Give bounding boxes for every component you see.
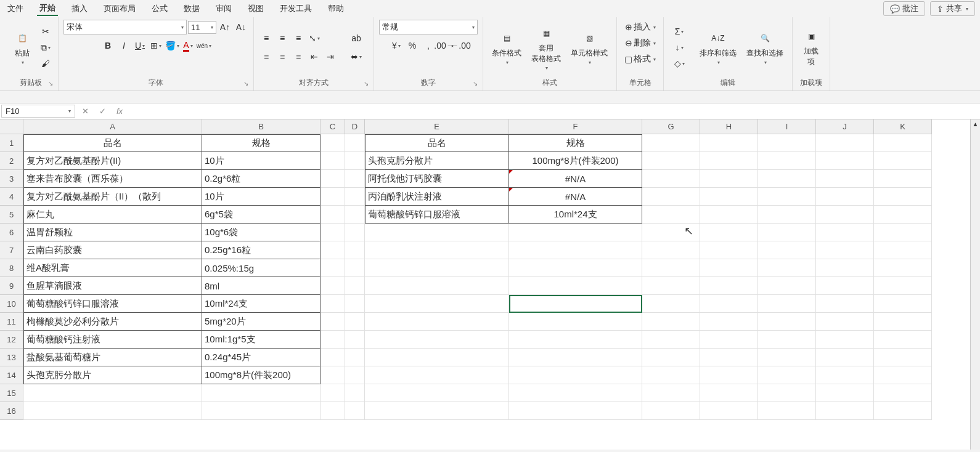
cell[interactable] [816, 295, 874, 313]
annotate-button[interactable]: 💬 批注 [883, 1, 925, 16]
autosum-button[interactable]: Σ▾ [669, 24, 690, 39]
cell[interactable] [345, 349, 365, 366]
column-header-H[interactable]: H [700, 119, 758, 134]
cell[interactable]: 头孢克肟分散片 [23, 366, 202, 384]
cell[interactable] [642, 402, 700, 420]
cell[interactable] [642, 313, 700, 331]
wrap-text-button[interactable]: ab [344, 31, 369, 46]
cell[interactable] [874, 331, 932, 349]
cell[interactable] [642, 259, 700, 277]
cell[interactable] [23, 384, 202, 402]
cell[interactable] [758, 384, 816, 402]
cell[interactable] [700, 295, 758, 313]
cell[interactable]: 0.24g*45片 [202, 349, 321, 366]
cell[interactable]: 0.025%:15g [202, 259, 321, 277]
cell[interactable]: 10g*6袋 [202, 224, 321, 241]
row-header-16[interactable]: 16 [0, 402, 23, 420]
cell[interactable] [700, 259, 758, 277]
copy-button[interactable]: ⧉▾ [38, 40, 53, 55]
cell[interactable]: #N/A [509, 170, 642, 188]
cell[interactable] [345, 331, 365, 349]
cell[interactable] [816, 224, 874, 241]
cell[interactable] [758, 170, 816, 188]
column-header-E[interactable]: E [365, 119, 509, 134]
row-header-15[interactable]: 15 [0, 384, 23, 402]
cell[interactable] [509, 366, 642, 384]
percent-button[interactable]: % [405, 38, 420, 53]
cell[interactable] [345, 241, 365, 259]
cell[interactable] [321, 134, 345, 152]
row-header-11[interactable]: 11 [0, 313, 23, 331]
cell[interactable]: 复方对乙酰氨基酚片（II）（散列 [23, 188, 202, 206]
cell[interactable]: #N/A [509, 188, 642, 206]
cell[interactable] [321, 170, 345, 188]
cell[interactable]: 10ml*24支 [202, 295, 321, 313]
font-color-button[interactable]: A▾ [181, 38, 195, 53]
cell[interactable] [700, 349, 758, 366]
cell[interactable] [758, 313, 816, 331]
cell[interactable] [365, 241, 509, 259]
decrease-decimal-button[interactable]: ←.00 [453, 38, 468, 53]
menu-view[interactable]: 视图 [245, 2, 266, 15]
cell[interactable] [365, 402, 509, 420]
cell[interactable]: 10片 [202, 152, 321, 170]
row-header-8[interactable]: 8 [0, 259, 23, 277]
cell[interactable]: 复方对乙酰氨基酚片(II) [23, 152, 202, 170]
cell[interactable] [816, 384, 874, 402]
menu-review[interactable]: 审阅 [213, 2, 234, 15]
accept-formula-button[interactable]: ✓ [94, 107, 111, 116]
paste-button[interactable]: 📋 粘贴 ▾ [9, 27, 36, 68]
cell[interactable] [365, 349, 509, 366]
cell[interactable] [700, 241, 758, 259]
cell[interactable] [816, 206, 874, 224]
cell[interactable]: 盐酸氨基葡萄糖片 [23, 349, 202, 366]
cell[interactable] [345, 152, 365, 170]
conditional-format-button[interactable]: ▤ 条件格式 ▾ [488, 27, 525, 68]
cell[interactable]: 葡萄糖酸钙锌口服溶液 [365, 206, 509, 224]
cell[interactable] [642, 188, 700, 206]
cell[interactable] [700, 331, 758, 349]
cell[interactable] [816, 366, 874, 384]
row-header-9[interactable]: 9 [0, 277, 23, 295]
cell[interactable]: 8ml [202, 277, 321, 295]
cell[interactable] [642, 331, 700, 349]
cell[interactable]: 品名 [23, 134, 202, 152]
cell[interactable] [758, 206, 816, 224]
cell[interactable] [816, 259, 874, 277]
fill-color-button[interactable]: 🪣▾ [165, 38, 179, 53]
cell[interactable] [642, 170, 700, 188]
cell[interactable]: 葡萄糖酸钙锌口服溶液 [23, 295, 202, 313]
column-header-F[interactable]: F [509, 119, 642, 134]
align-middle-button[interactable]: ≡ [275, 31, 290, 46]
cell[interactable] [874, 259, 932, 277]
cell[interactable] [758, 241, 816, 259]
cell[interactable]: 云南白药胶囊 [23, 241, 202, 259]
menu-formulas[interactable]: 公式 [149, 2, 170, 15]
cell[interactable] [321, 188, 345, 206]
format-cells-button[interactable]: ▢格式▾ [622, 52, 658, 67]
row-header-2[interactable]: 2 [0, 152, 23, 170]
cell[interactable] [816, 313, 874, 331]
cell[interactable] [345, 224, 365, 241]
cell[interactable] [321, 295, 345, 313]
cell[interactable] [816, 134, 874, 152]
cell[interactable] [321, 152, 345, 170]
cell[interactable]: 100mg*8片(件装200) [509, 152, 642, 170]
cell[interactable] [816, 349, 874, 366]
table-format-button[interactable]: ▦ 套用 表格格式 ▾ [528, 22, 565, 73]
cell[interactable] [202, 402, 321, 420]
cell[interactable] [874, 206, 932, 224]
menu-insert[interactable]: 插入 [69, 2, 90, 15]
column-header-C[interactable]: C [321, 119, 345, 134]
column-header-A[interactable]: A [23, 119, 202, 134]
cell[interactable] [700, 152, 758, 170]
cell[interactable] [365, 313, 509, 331]
cell[interactable] [874, 277, 932, 295]
column-header-I[interactable]: I [758, 119, 816, 134]
insert-function-button[interactable]: fx [111, 107, 128, 116]
dialog-launcher-icon[interactable]: ↘ [243, 80, 248, 87]
row-header-1[interactable]: 1 [0, 134, 23, 152]
cell[interactable] [700, 366, 758, 384]
cell[interactable] [642, 366, 700, 384]
dialog-launcher-icon[interactable]: ↘ [48, 80, 53, 87]
